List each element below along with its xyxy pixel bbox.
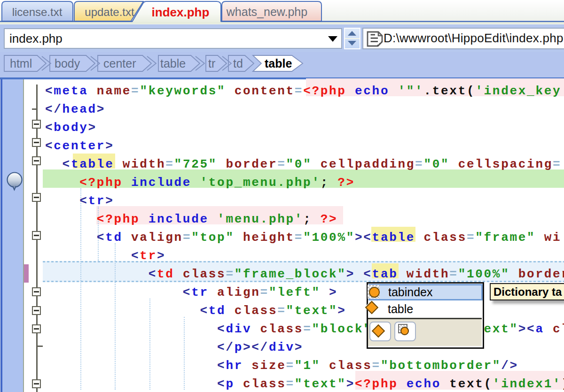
svg-text:td: td	[233, 57, 243, 70]
svg-text:html: html	[10, 57, 32, 70]
svg-text:table: table	[265, 57, 292, 70]
svg-text:tr: tr	[208, 57, 215, 70]
svg-text:center: center	[103, 57, 136, 70]
svg-text:license.txt: license.txt	[12, 6, 63, 18]
svg-text:body: body	[55, 57, 80, 70]
svg-text:whats_new.php: whats_new.php	[226, 5, 307, 18]
svg-text:table: table	[160, 57, 186, 70]
svg-text:update.txt: update.txt	[85, 6, 134, 18]
svg-text:index.php: index.php	[152, 5, 210, 19]
